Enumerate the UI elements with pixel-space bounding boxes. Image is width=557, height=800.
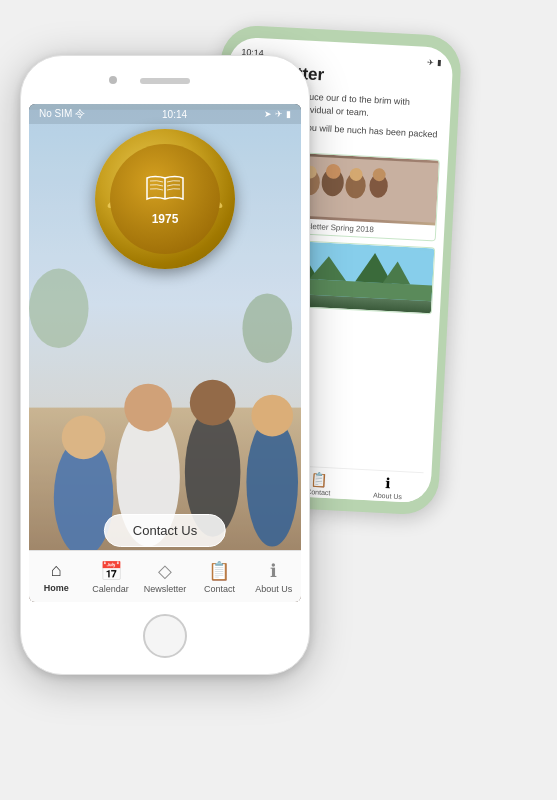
book-icon: [145, 173, 185, 210]
back-contact-icon: 📋: [310, 471, 328, 488]
front-nav-contact-label: Contact: [204, 584, 235, 594]
home-icon: ⌂: [51, 560, 62, 581]
bluetooth-icon: ✈: [275, 109, 283, 119]
seal-inner-ring: 1975: [110, 144, 220, 254]
back-status-icons: ✈ ▮: [427, 57, 441, 67]
front-nav-newsletter[interactable]: ◇ Newsletter: [138, 551, 192, 602]
front-nav-newsletter-label: Newsletter: [144, 584, 187, 594]
front-status-bar: No SIM 令 10:14 ➤ ✈ ▮: [29, 104, 301, 124]
back-about-icon: ℹ: [385, 475, 391, 491]
contact-icon: 📋: [208, 560, 230, 582]
seal-year: 1975: [152, 212, 179, 226]
front-nav-home-label: Home: [44, 583, 69, 593]
front-nav-about[interactable]: ℹ About Us: [247, 551, 301, 602]
school-seal: ST. MARY'S ACADEMY: [95, 129, 235, 269]
front-nav-calendar-label: Calendar: [92, 584, 129, 594]
front-nav-about-label: About Us: [255, 584, 292, 594]
camera: [109, 76, 117, 84]
front-bottom-nav: ⌂ Home 📅 Calendar ◇ Newsletter 📋 Contact…: [29, 550, 301, 602]
back-nav-about-label: About Us: [373, 492, 402, 500]
location-icon: ➤: [264, 109, 272, 119]
home-button[interactable]: [143, 614, 187, 658]
contact-us-button[interactable]: Contact Us: [104, 514, 226, 547]
front-phone: No SIM 令 10:14 ➤ ✈ ▮: [20, 55, 310, 675]
front-screen: No SIM 令 10:14 ➤ ✈ ▮: [29, 104, 301, 602]
about-icon: ℹ: [270, 560, 277, 582]
seal-outer-ring: ST. MARY'S ACADEMY: [95, 129, 235, 269]
speaker: [140, 78, 190, 84]
front-nav-home[interactable]: ⌂ Home: [29, 551, 83, 602]
newsletter-icon: ◇: [158, 560, 172, 582]
front-status-time: 10:14: [162, 109, 187, 120]
front-nav-calendar[interactable]: 📅 Calendar: [83, 551, 137, 602]
back-bluetooth-icon: ✈: [427, 57, 434, 66]
back-battery-icon: ▮: [437, 58, 441, 67]
calendar-icon: 📅: [100, 560, 122, 582]
front-status-right: ➤ ✈ ▮: [264, 109, 291, 119]
front-nav-contact[interactable]: 📋 Contact: [192, 551, 246, 602]
back-nav-about[interactable]: ℹ About Us: [353, 474, 423, 502]
battery-icon: ▮: [286, 109, 291, 119]
front-status-left: No SIM 令: [39, 107, 85, 121]
